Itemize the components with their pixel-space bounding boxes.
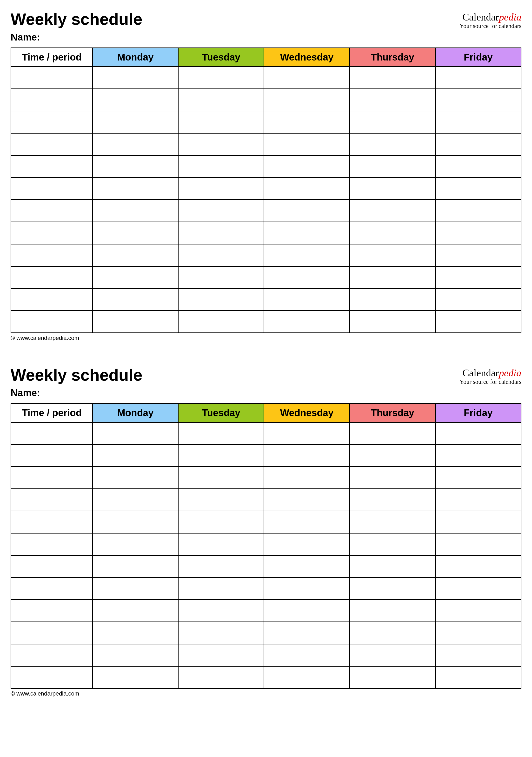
cell[interactable] <box>178 199 264 222</box>
cell[interactable] <box>264 600 350 622</box>
cell[interactable] <box>11 622 93 644</box>
cell[interactable] <box>264 155 350 177</box>
cell[interactable] <box>350 489 435 511</box>
cell[interactable] <box>350 467 435 489</box>
cell[interactable] <box>11 244 93 266</box>
cell[interactable] <box>11 422 93 444</box>
cell[interactable] <box>11 266 93 288</box>
cell[interactable] <box>93 311 178 333</box>
cell[interactable] <box>93 533 178 556</box>
cell[interactable] <box>93 111 178 133</box>
cell[interactable] <box>435 600 521 622</box>
cell[interactable] <box>264 111 350 133</box>
cell[interactable] <box>435 266 521 288</box>
cell[interactable] <box>178 133 264 155</box>
cell[interactable] <box>350 556 435 578</box>
cell[interactable] <box>93 666 178 688</box>
cell[interactable] <box>350 244 435 266</box>
cell[interactable] <box>178 644 264 666</box>
cell[interactable] <box>11 444 93 467</box>
cell[interactable] <box>178 288 264 311</box>
cell[interactable] <box>264 467 350 489</box>
cell[interactable] <box>11 311 93 333</box>
cell[interactable] <box>178 266 264 288</box>
cell[interactable] <box>350 111 435 133</box>
cell[interactable] <box>264 133 350 155</box>
cell[interactable] <box>350 311 435 333</box>
cell[interactable] <box>435 489 521 511</box>
cell[interactable] <box>11 600 93 622</box>
cell[interactable] <box>435 222 521 244</box>
cell[interactable] <box>11 67 93 89</box>
cell[interactable] <box>11 556 93 578</box>
cell[interactable] <box>178 67 264 89</box>
cell[interactable] <box>435 177 521 199</box>
cell[interactable] <box>264 177 350 199</box>
cell[interactable] <box>93 266 178 288</box>
cell[interactable] <box>11 177 93 199</box>
cell[interactable] <box>350 422 435 444</box>
cell[interactable] <box>350 600 435 622</box>
cell[interactable] <box>435 89 521 111</box>
cell[interactable] <box>264 533 350 556</box>
cell[interactable] <box>264 489 350 511</box>
cell[interactable] <box>11 89 93 111</box>
cell[interactable] <box>178 666 264 688</box>
cell[interactable] <box>11 199 93 222</box>
cell[interactable] <box>178 422 264 444</box>
cell[interactable] <box>93 467 178 489</box>
cell[interactable] <box>350 266 435 288</box>
cell[interactable] <box>93 422 178 444</box>
cell[interactable] <box>93 288 178 311</box>
cell[interactable] <box>264 666 350 688</box>
cell[interactable] <box>93 644 178 666</box>
cell[interactable] <box>178 311 264 333</box>
cell[interactable] <box>350 644 435 666</box>
cell[interactable] <box>178 444 264 467</box>
cell[interactable] <box>11 533 93 556</box>
cell[interactable] <box>93 199 178 222</box>
cell[interactable] <box>435 622 521 644</box>
cell[interactable] <box>11 288 93 311</box>
cell[interactable] <box>350 222 435 244</box>
cell[interactable] <box>93 556 178 578</box>
cell[interactable] <box>11 111 93 133</box>
cell[interactable] <box>435 556 521 578</box>
cell[interactable] <box>11 222 93 244</box>
cell[interactable] <box>11 644 93 666</box>
cell[interactable] <box>93 622 178 644</box>
cell[interactable] <box>93 600 178 622</box>
cell[interactable] <box>264 288 350 311</box>
cell[interactable] <box>350 155 435 177</box>
cell[interactable] <box>435 666 521 688</box>
cell[interactable] <box>264 244 350 266</box>
cell[interactable] <box>350 89 435 111</box>
cell[interactable] <box>350 199 435 222</box>
cell[interactable] <box>435 644 521 666</box>
cell[interactable] <box>435 422 521 444</box>
cell[interactable] <box>264 556 350 578</box>
cell[interactable] <box>93 177 178 199</box>
cell[interactable] <box>350 622 435 644</box>
cell[interactable] <box>11 489 93 511</box>
cell[interactable] <box>350 578 435 600</box>
cell[interactable] <box>264 199 350 222</box>
cell[interactable] <box>435 67 521 89</box>
cell[interactable] <box>435 311 521 333</box>
cell[interactable] <box>93 444 178 467</box>
cell[interactable] <box>264 89 350 111</box>
cell[interactable] <box>435 244 521 266</box>
cell[interactable] <box>178 244 264 266</box>
cell[interactable] <box>93 578 178 600</box>
cell[interactable] <box>93 133 178 155</box>
cell[interactable] <box>264 222 350 244</box>
cell[interactable] <box>264 511 350 533</box>
cell[interactable] <box>350 666 435 688</box>
cell[interactable] <box>178 511 264 533</box>
cell[interactable] <box>178 467 264 489</box>
cell[interactable] <box>93 489 178 511</box>
cell[interactable] <box>11 467 93 489</box>
cell[interactable] <box>350 133 435 155</box>
cell[interactable] <box>93 67 178 89</box>
cell[interactable] <box>11 155 93 177</box>
